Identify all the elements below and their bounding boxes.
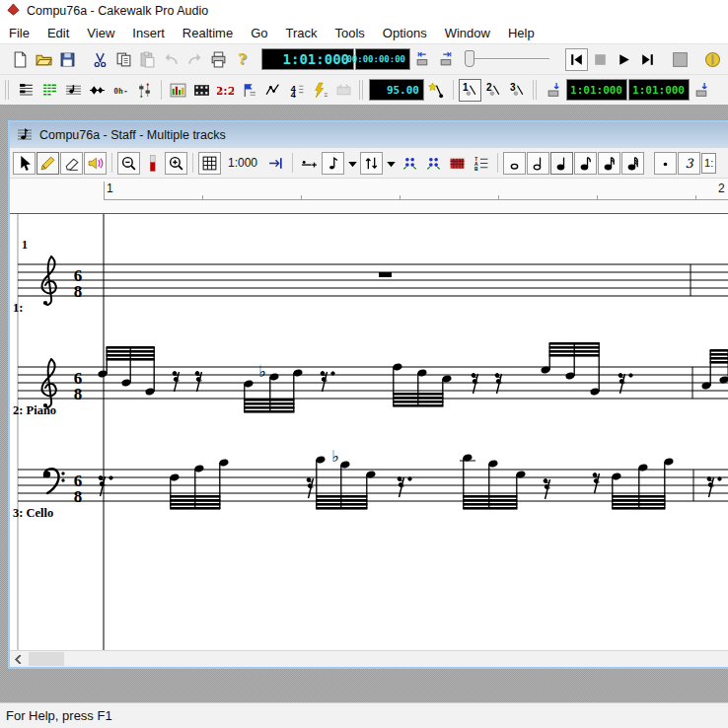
duration-whole-button[interactable]: [503, 152, 526, 175]
markers-view-button[interactable]: [238, 79, 260, 102]
zoom-level-indicator[interactable]: [141, 152, 164, 175]
menu-view[interactable]: View: [78, 24, 123, 42]
slider-thumb[interactable]: [465, 50, 474, 67]
loop-thru-display[interactable]: 1:01:000: [628, 79, 690, 101]
fill-durations-button[interactable]: [298, 152, 321, 175]
menu-realtime[interactable]: Realtime: [174, 24, 242, 42]
rewind-button[interactable]: [565, 48, 588, 71]
toolbar-grip[interactable]: [533, 80, 539, 100]
horizontal-scrollbar[interactable]: [10, 650, 728, 667]
duration-quarter-button[interactable]: [550, 152, 573, 175]
record-stop-button[interactable]: [669, 48, 692, 71]
menu-window[interactable]: Window: [436, 24, 499, 42]
fret-dots-left-button[interactable]: [399, 152, 421, 175]
note-duration-combo[interactable]: [322, 152, 344, 175]
help-button[interactable]: ??: [231, 48, 254, 71]
toolbar-separator: [497, 153, 498, 173]
toolbar-grip[interactable]: [5, 80, 11, 100]
panic-button[interactable]: [701, 48, 724, 71]
duration-eighth-button[interactable]: [574, 152, 597, 175]
transpose-button[interactable]: [360, 152, 383, 175]
new-button[interactable]: [9, 48, 32, 71]
menu-tools[interactable]: Tools: [327, 24, 374, 42]
app-title: Compu76a - Cakewalk Pro Audio: [27, 4, 208, 18]
set-from-button[interactable]: [543, 79, 565, 102]
redo-button[interactable]: [183, 48, 206, 71]
select-tool-button[interactable]: [13, 152, 36, 175]
event-list-button[interactable]: [38, 79, 61, 102]
staff-window-titlebar[interactable]: Compu76a - Staff - Multiple tracks: [10, 122, 728, 148]
pattern-icon: [335, 82, 352, 99]
note-duration-dropdown[interactable]: [345, 152, 359, 175]
menu-file[interactable]: File: [0, 24, 38, 42]
draw-tool-button[interactable]: [36, 152, 59, 175]
menu-insert[interactable]: Insert: [123, 24, 174, 42]
fret-dots-right-button[interactable]: [422, 152, 445, 175]
big-time-button[interactable]: 2:2: [214, 79, 237, 102]
triplet-button[interactable]: 3: [678, 152, 700, 175]
menu-options[interactable]: Options: [374, 24, 436, 42]
now-time-display[interactable]: 1:01:000: [261, 48, 354, 70]
smpte-time-display[interactable]: 00:00:00:00: [355, 48, 410, 70]
sysx-hex-button[interactable]: 0h-: [109, 79, 132, 102]
staff-view-button[interactable]: [62, 79, 85, 102]
views-toolbar: 0h-2:24495.001231:01:0001:01:000: [0, 74, 728, 105]
tempo-view-button[interactable]: [261, 79, 284, 102]
menu-track[interactable]: Track: [276, 24, 326, 42]
menu-go[interactable]: Go: [242, 24, 276, 42]
zoom-in-button[interactable]: [165, 152, 187, 175]
extend-duration-button[interactable]: [264, 152, 287, 175]
position-slider[interactable]: [463, 48, 553, 70]
undo-button[interactable]: [160, 48, 182, 71]
score-canvas[interactable]: 6811:682: Piano♭683: Cello♭: [10, 214, 728, 650]
tablature-button[interactable]: TAB: [470, 152, 492, 175]
set-thru-button[interactable]: [691, 79, 713, 102]
app-titlebar[interactable]: Compu76a - Cakewalk Pro Audio: [0, 0, 728, 22]
tempo-display[interactable]: 95.00: [369, 79, 424, 101]
menu-help[interactable]: Help: [499, 24, 544, 42]
save-button[interactable]: [56, 48, 79, 71]
tap-tempo-button[interactable]: [425, 79, 448, 102]
tempo-ratio-2-button[interactable]: 2: [482, 79, 505, 102]
scroll-left-button[interactable]: [10, 651, 27, 667]
dotted-note-button[interactable]: [654, 152, 677, 175]
erase-tool-button[interactable]: [60, 152, 83, 175]
duration-half-button[interactable]: [527, 152, 549, 175]
transpose-dropdown[interactable]: [384, 152, 398, 175]
copy-button[interactable]: [112, 48, 135, 71]
zoom-out-button[interactable]: [117, 152, 140, 175]
scrub-tool-button[interactable]: [84, 152, 107, 175]
play-button[interactable]: [613, 48, 635, 71]
paste-button[interactable]: [136, 48, 159, 71]
tempo-ratio-3-button[interactable]: 3: [506, 79, 529, 102]
audio-view-button[interactable]: [86, 79, 109, 102]
position-box[interactable]: 1:: [701, 153, 716, 174]
scroll-thumb[interactable]: [29, 652, 64, 666]
video-view-button[interactable]: [190, 79, 213, 102]
faders-view-button[interactable]: [133, 79, 156, 102]
print-button[interactable]: [207, 48, 230, 71]
menu-edit[interactable]: Edit: [38, 24, 78, 42]
goto-end-button[interactable]: [636, 48, 659, 71]
duration-32nd-button[interactable]: [621, 152, 644, 175]
loop-from-display[interactable]: 1:01:000: [566, 79, 627, 101]
fretboard-button[interactable]: [446, 152, 469, 175]
stop-button[interactable]: [589, 48, 612, 71]
goto-thru-button[interactable]: [435, 48, 458, 71]
tempo-ratio-1-button[interactable]: 1: [459, 79, 481, 102]
rewstart-icon: [568, 51, 585, 68]
snap-grid-button[interactable]: [198, 152, 221, 175]
time-ruler[interactable]: 12: [10, 179, 728, 214]
track-view-button[interactable]: [15, 79, 37, 102]
cut-button[interactable]: [89, 48, 111, 71]
pattern-button[interactable]: [332, 79, 355, 102]
score-svg[interactable]: 6811:682: Piano♭683: Cello♭: [10, 214, 728, 650]
trackview-icon: [18, 82, 35, 99]
console-view-button[interactable]: [167, 79, 189, 102]
open-button[interactable]: [33, 48, 55, 71]
goto-from-button[interactable]: [411, 48, 434, 71]
sysx-view-button[interactable]: [309, 79, 331, 102]
toolbar-grip[interactable]: [359, 80, 365, 100]
duration-16th-button[interactable]: [598, 152, 620, 175]
meter-key-button[interactable]: 44: [285, 79, 308, 102]
